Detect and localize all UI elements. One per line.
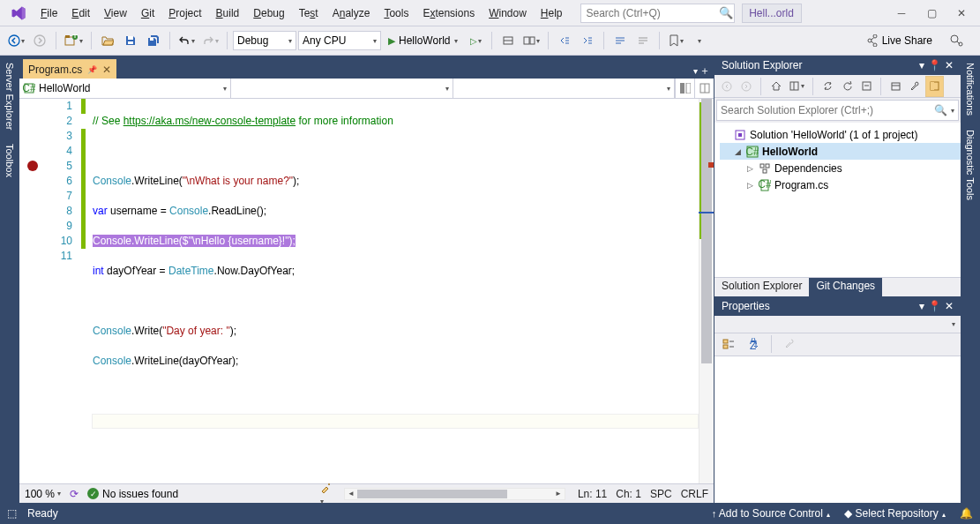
- nav-project-combo[interactable]: C# HelloWorld▾: [19, 79, 231, 98]
- menu-extensions[interactable]: Extensions: [415, 4, 482, 23]
- document-tab[interactable]: Program.cs 📌 ✕: [23, 59, 116, 79]
- start-no-debug-button[interactable]: ▷▾: [465, 30, 486, 51]
- liveshare-button[interactable]: Live Share: [861, 34, 938, 47]
- tab-add-icon[interactable]: ＋: [699, 64, 710, 79]
- notifications-tab[interactable]: Notifications: [963, 56, 977, 123]
- col-info[interactable]: Ch: 1: [616, 488, 641, 500]
- maximize-button[interactable]: ▢: [916, 3, 946, 24]
- indent-less-button[interactable]: [554, 30, 575, 51]
- menu-view[interactable]: View: [97, 4, 134, 23]
- health-icon[interactable]: ⟳: [70, 488, 79, 500]
- line-info[interactable]: Ln: 11: [578, 488, 607, 500]
- tree-solution-node[interactable]: Solution 'HelloWorld' (1 of 1 project): [720, 126, 961, 143]
- menu-project[interactable]: Project: [161, 4, 208, 23]
- server-explorer-tab[interactable]: Server Explorer: [3, 56, 17, 137]
- se-search-box[interactable]: 🔍▾: [716, 100, 959, 121]
- scrollbar-thumb[interactable]: [701, 99, 712, 363]
- forward-button[interactable]: [29, 30, 50, 51]
- nav-split-button[interactable]: [675, 79, 694, 98]
- menu-git[interactable]: Git: [134, 4, 161, 23]
- uncomment-button[interactable]: [632, 30, 654, 51]
- solution-badge[interactable]: Hell...orld: [742, 4, 802, 23]
- start-debug-button[interactable]: ▶HelloWorld▾: [383, 30, 463, 51]
- feedback-button[interactable]: [946, 30, 968, 51]
- se-tab-explorer[interactable]: Solution Explorer: [714, 278, 809, 296]
- search-box[interactable]: 🔍: [580, 4, 735, 23]
- menu-analyze[interactable]: Analyze: [325, 4, 378, 23]
- pin-icon[interactable]: 📌: [87, 65, 97, 74]
- menu-file[interactable]: File: [34, 4, 64, 23]
- se-back-button[interactable]: [718, 76, 736, 97]
- repo-button[interactable]: ◆ Select Repository ▴: [844, 507, 946, 520]
- bookmark-button[interactable]: ▾: [665, 30, 686, 51]
- toolbar-overflow[interactable]: ▾: [688, 30, 709, 51]
- panel-pin-icon[interactable]: 📍: [928, 300, 941, 312]
- panel-menu-icon[interactable]: ▾: [919, 59, 924, 71]
- se-refresh-button[interactable]: [838, 76, 856, 97]
- menu-debug[interactable]: Debug: [246, 4, 291, 23]
- se-properties-button[interactable]: [906, 76, 924, 97]
- breakpoint-icon[interactable]: [27, 161, 38, 171]
- line-ending[interactable]: CRLF: [681, 488, 708, 500]
- indent-more-button[interactable]: [577, 30, 598, 51]
- panel-pin-icon[interactable]: 📍: [928, 59, 941, 71]
- toolbox-tab[interactable]: Toolbox: [3, 137, 17, 184]
- panel-menu-icon[interactable]: ▾: [919, 300, 924, 312]
- panel-close-icon[interactable]: ✕: [945, 59, 954, 71]
- panel-close-icon[interactable]: ✕: [945, 300, 954, 312]
- source-control-button[interactable]: ↑ Add to Source Control ▴: [712, 507, 831, 520]
- tree-deps-node[interactable]: ▷Dependencies: [720, 160, 961, 176]
- se-sync-button[interactable]: [819, 76, 836, 97]
- expand-icon[interactable]: ◢: [732, 147, 743, 156]
- nav-member-combo[interactable]: ▾: [453, 79, 676, 98]
- code-content[interactable]: // See https://aka.ms/new-console-templa…: [86, 99, 699, 483]
- h-scrollbar-thumb[interactable]: [357, 490, 507, 498]
- se-fwd-button[interactable]: [737, 76, 755, 97]
- configuration-combo[interactable]: Debug▾: [233, 31, 296, 50]
- back-button[interactable]: ▾: [5, 30, 27, 51]
- se-tab-git[interactable]: Git Changes: [809, 278, 882, 296]
- save-button[interactable]: [120, 30, 141, 51]
- se-preview-button[interactable]: [925, 76, 944, 97]
- properties-grid[interactable]: [714, 356, 961, 504]
- new-project-button[interactable]: +▾: [62, 30, 86, 51]
- nav-swap-button[interactable]: [694, 79, 714, 98]
- tree-project-node[interactable]: ◢C#HelloWorld: [720, 143, 961, 160]
- se-search-input[interactable]: [721, 104, 934, 116]
- se-show-all-button[interactable]: [886, 76, 904, 97]
- minimize-button[interactable]: ─: [886, 3, 916, 24]
- close-tab-icon[interactable]: ✕: [102, 64, 111, 76]
- zoom-level[interactable]: 100 %▾: [25, 488, 61, 500]
- save-all-button[interactable]: [143, 30, 164, 51]
- toolbar-btn-2[interactable]: ▾: [520, 30, 542, 51]
- menu-help[interactable]: Help: [534, 4, 570, 23]
- notifications-icon[interactable]: 🔔: [960, 507, 973, 520]
- search-input[interactable]: [587, 7, 719, 19]
- platform-combo[interactable]: Any CPU▾: [298, 31, 381, 50]
- se-collapse-button[interactable]: [857, 76, 875, 97]
- horizontal-scrollbar[interactable]: ◄ ►: [344, 488, 565, 500]
- close-button[interactable]: ✕: [946, 3, 976, 24]
- props-alpha-button[interactable]: AZ: [743, 333, 764, 355]
- undo-button[interactable]: ▾: [176, 30, 198, 51]
- diagnostic-tools-tab[interactable]: Diagnostic Tools: [963, 123, 977, 207]
- expand-icon[interactable]: ▷: [744, 181, 755, 190]
- expand-icon[interactable]: ▷: [744, 164, 755, 173]
- se-tree[interactable]: Solution 'HelloWorld' (1 of 1 project) ◢…: [714, 123, 961, 277]
- issues-indicator[interactable]: ✓No issues found: [87, 488, 178, 500]
- menu-build[interactable]: Build: [209, 4, 247, 23]
- menu-tools[interactable]: Tools: [377, 4, 415, 23]
- glyph-margin[interactable]: [19, 99, 46, 483]
- cleanup-icon[interactable]: ▾: [319, 482, 332, 506]
- tree-file-node[interactable]: ▷C#Program.cs: [720, 176, 961, 193]
- vertical-scrollbar[interactable]: [699, 99, 714, 483]
- open-file-button[interactable]: [97, 30, 118, 51]
- comment-button[interactable]: [610, 30, 631, 51]
- se-switch-views[interactable]: ▾: [786, 76, 807, 97]
- menu-window[interactable]: Window: [482, 4, 534, 23]
- se-home-button[interactable]: [767, 76, 784, 97]
- tab-overflow-icon[interactable]: ▾: [693, 66, 698, 76]
- props-categorized-button[interactable]: [718, 333, 739, 355]
- code-editor[interactable]: 1234567891011 // See https://aka.ms/new-…: [19, 99, 714, 483]
- redo-button[interactable]: ▾: [199, 30, 221, 51]
